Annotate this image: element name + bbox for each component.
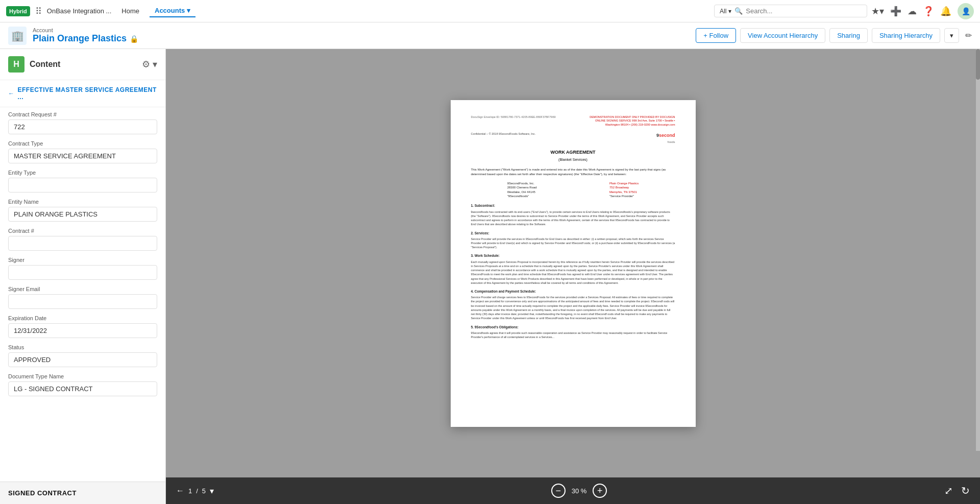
accounts-nav-btn[interactable]: Accounts ▾: [150, 5, 195, 17]
account-lock-icon: 🔒: [130, 35, 138, 43]
sharing-button[interactable]: Sharing: [829, 28, 868, 43]
doc-sections: 1. Subcontract:9secondfoods has contract…: [471, 203, 675, 339]
cloud-icon[interactable]: ☁: [908, 6, 917, 17]
left-panel: H Content ⚙ ▾ ← EFFECTIVE MASTER SERVICE…: [0, 49, 166, 504]
content-header: H Content ⚙ ▾: [0, 49, 165, 80]
status-field: Status: [8, 344, 157, 367]
sharing-hierarchy-button[interactable]: Sharing Hierarchy: [872, 28, 940, 43]
entity-name-input[interactable]: [8, 207, 157, 222]
bell-icon[interactable]: 🔔: [940, 6, 951, 17]
top-nav: Hybrid ⠿ OnBase Integration ... Home Acc…: [0, 0, 980, 22]
doc-party-left: 9SecondFoods, Inc. 28300 Clemens Road We…: [507, 181, 537, 199]
contract-request-field: Contract Request #: [8, 111, 157, 134]
search-container: All ▾ 🔍: [714, 5, 867, 17]
doc-section-title: 5. 9Secondfood's Obligations:: [471, 325, 675, 329]
doc-scrollbar[interactable]: [976, 49, 980, 451]
expiration-date-label: Expiration Date: [8, 315, 157, 321]
account-info: Account Plain Orange Plastics 🔒: [33, 27, 138, 44]
help-icon[interactable]: ❓: [923, 6, 934, 17]
entity-type-input[interactable]: [8, 178, 157, 193]
signer-email-input[interactable]: [8, 294, 157, 309]
expiration-date-input[interactable]: [8, 323, 157, 338]
doc-zoom-out-button[interactable]: −: [551, 484, 566, 498]
doc-type-name-field: Document Type Name: [8, 373, 157, 396]
signer-label: Signer: [8, 257, 157, 263]
document-page: DocuSign Envelope ID: 50881780-7371-4205…: [451, 100, 696, 427]
contract-type-label: Contract Type: [8, 140, 157, 147]
content-header-left: H Content: [8, 56, 60, 73]
back-arrow-icon: ←: [8, 90, 15, 97]
doc-toolbar: ← 1 / 5 ▾ − 30 % + ⤢ ↻: [166, 477, 980, 504]
doc-party-right: Plain Orange Plastics 752 Broadway Memph…: [609, 181, 639, 199]
hybrid-logo[interactable]: Hybrid: [6, 6, 30, 16]
document-viewer[interactable]: DocuSign Envelope ID: 50881780-7371-4205…: [166, 49, 980, 477]
doc-type-name-label: Document Type Name: [8, 373, 157, 379]
doc-section: 3. Work Schedule:Each mutually agreed up…: [471, 253, 675, 285]
doc-page-nav: ← 1 / 5 ▾: [176, 486, 214, 496]
home-nav-btn[interactable]: Home: [116, 5, 144, 17]
content-settings-button[interactable]: ⚙ ▾: [142, 59, 157, 70]
star-icon[interactable]: ★▾: [871, 6, 884, 17]
doc-toolbar-right: ⤢ ↻: [944, 485, 970, 497]
expiration-date-field: Expiration Date: [8, 315, 157, 338]
doc-section-body: 9Secondfoods agrees that it will provide…: [471, 331, 675, 340]
doc-fullscreen-button[interactable]: ⤢: [944, 485, 953, 497]
doc-subtitle: (Blanket Services): [471, 157, 675, 162]
doc-refresh-button[interactable]: ↻: [961, 485, 970, 497]
doc-section-title: 1. Subcontract:: [471, 203, 675, 208]
view-hierarchy-button[interactable]: View Account Hierarchy: [740, 28, 825, 43]
account-icon: 🏢: [8, 27, 27, 45]
doc-section: 5. 9Secondfood's Obligations:9Secondfood…: [471, 325, 675, 340]
doc-header-band: DocuSign Envelope ID: 50881780-7371-4205…: [471, 115, 675, 127]
signer-email-label: Signer Email: [8, 286, 157, 292]
contract-type-field: Contract Type: [8, 140, 157, 163]
avatar[interactable]: 👤: [958, 3, 974, 19]
contract-num-input[interactable]: [8, 236, 157, 251]
doc-confidential: Confidential – © 2018 9SecondFoods Softw…: [471, 132, 536, 136]
more-dropdown-button[interactable]: ▾: [944, 28, 959, 43]
follow-button[interactable]: + Follow: [696, 28, 736, 43]
grid-icon[interactable]: ⠿: [35, 6, 42, 17]
content-title: Content: [30, 60, 60, 69]
signer-input[interactable]: [8, 265, 157, 280]
doc-section-title: 2. Services:: [471, 231, 675, 235]
contract-request-input[interactable]: [8, 119, 157, 134]
search-icon: 🔍: [734, 7, 743, 15]
search-all-dropdown[interactable]: All ▾: [720, 8, 731, 15]
status-label: Status: [8, 344, 157, 350]
doc-section-body: Service Provider will charge services fe…: [471, 295, 675, 321]
content-icon: H: [8, 56, 24, 73]
top-nav-left: Hybrid ⠿ OnBase Integration ... Home Acc…: [6, 5, 710, 17]
account-name: Plain Orange Plastics 🔒: [33, 33, 138, 44]
doc-section: 2. Services:Service Provider will provid…: [471, 231, 675, 250]
search-input[interactable]: [746, 7, 848, 15]
main-content: H Content ⚙ ▾ ← EFFECTIVE MASTER SERVICE…: [0, 49, 980, 504]
doc-page-total: 5: [202, 487, 206, 495]
edit-pencil-icon[interactable]: ✏: [965, 31, 972, 40]
back-section: ← EFFECTIVE MASTER SERVICE AGREEMENT ...: [0, 80, 165, 107]
doc-type-name-input[interactable]: [8, 381, 157, 396]
doc-prev-page-button[interactable]: ←: [176, 486, 184, 495]
doc-section-title: 4. Compensation and Payment Schedule:: [471, 289, 675, 294]
add-icon[interactable]: ➕: [890, 6, 901, 17]
doc-section-body: Service Provider will provide the servic…: [471, 237, 675, 250]
back-button[interactable]: ← EFFECTIVE MASTER SERVICE AGREEMENT ...: [8, 86, 157, 101]
contract-request-label: Contract Request #: [8, 111, 157, 117]
signer-field: Signer: [8, 257, 157, 280]
top-nav-right: ★▾ ➕ ☁ ❓ 🔔 👤: [871, 3, 974, 19]
doc-section-body: Each mutually agreed upon Services Propo…: [471, 260, 675, 285]
contract-num-field: Contract #: [8, 228, 157, 251]
document-viewer-panel: DocuSign Envelope ID: 50881780-7371-4205…: [166, 49, 980, 504]
contract-type-input[interactable]: [8, 149, 157, 163]
doc-scrollbar-thumb[interactable]: [976, 49, 980, 80]
doc-logo: 9secondfoods: [656, 132, 675, 145]
doc-zoom-in-button[interactable]: +: [593, 484, 607, 498]
signed-contract-bar: SIGNED CONTRACT: [0, 482, 165, 504]
entity-type-label: Entity Type: [8, 170, 157, 176]
doc-section-title: 3. Work Schedule:: [471, 253, 675, 258]
entity-type-field: Entity Type: [8, 170, 157, 193]
doc-zoom-controls: − 30 % +: [551, 484, 607, 498]
status-input[interactable]: [8, 352, 157, 367]
doc-next-page-button[interactable]: ▾: [210, 486, 214, 496]
doc-section-body: 9secondfoods has contracted with its end…: [471, 210, 675, 227]
